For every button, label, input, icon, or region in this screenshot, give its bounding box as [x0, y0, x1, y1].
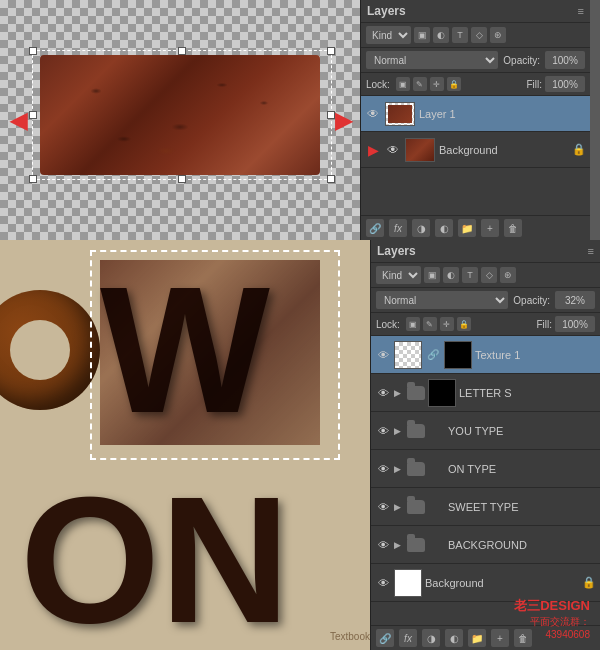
link-layer-button-b[interactable]: 🔗: [376, 629, 394, 647]
layer-item-background-folder[interactable]: 👁 ▶ BACKGROUND: [371, 526, 600, 564]
handle-tr[interactable]: [327, 47, 335, 55]
folder-button[interactable]: 📁: [458, 219, 476, 237]
kind-select-bottom[interactable]: Kind: [376, 266, 421, 284]
folder-icon-bg: [407, 538, 425, 552]
donut-decoration: [0, 290, 100, 410]
adjustment-button[interactable]: ◐: [435, 219, 453, 237]
handle-bc[interactable]: [178, 175, 186, 183]
visibility-bg-locked[interactable]: 👁: [375, 575, 391, 591]
layer-item-1[interactable]: 👁 Layer 1: [361, 96, 590, 132]
handle-tl[interactable]: [29, 47, 37, 55]
expand-arrow-sweettype[interactable]: ▶: [394, 502, 404, 512]
brand-sub: 平面交流群：: [530, 615, 590, 629]
visibility-bg-folder[interactable]: 👁: [375, 537, 391, 553]
layer-item-ontype[interactable]: 👁 ▶ ON TYPE: [371, 450, 600, 488]
fill-input-top[interactable]: [545, 76, 585, 92]
layer-item-texture1[interactable]: 👁 🔗 Texture 1: [371, 336, 600, 374]
donut-hole: [10, 320, 70, 380]
adjustment-filter-icon-b[interactable]: ◐: [443, 267, 459, 283]
layer-item-bg[interactable]: ▶ 👁 Background 🔒: [361, 132, 590, 168]
new-layer-button-b[interactable]: +: [491, 629, 509, 647]
brand-logo: 老三DESIGN: [514, 597, 590, 615]
visibility-sweettype[interactable]: 👁: [375, 499, 391, 515]
layer-name-bg: Background: [439, 144, 568, 156]
fx-button[interactable]: fx: [389, 219, 407, 237]
lock-position-icon-b[interactable]: ✎: [423, 317, 437, 331]
thumb-choc-layer: [388, 105, 412, 123]
type-filter-icon-b[interactable]: T: [462, 267, 478, 283]
mask-button-b[interactable]: ◑: [422, 629, 440, 647]
lock-position-icon[interactable]: ✎: [413, 77, 427, 91]
filter-icons-top: ▣ ◐ T ◇ ⊛: [414, 27, 506, 43]
visibility-texture1[interactable]: 👁: [375, 347, 391, 363]
smart-filter-icon[interactable]: ⊛: [490, 27, 506, 43]
handle-bl[interactable]: [29, 175, 37, 183]
lock-all-icon-b[interactable]: 🔒: [457, 317, 471, 331]
expand-arrow-ontype[interactable]: ▶: [394, 464, 404, 474]
expand-arrow-bg[interactable]: ▶: [394, 540, 404, 550]
folder-icon-sweettype: [407, 500, 425, 514]
arrow-left-icon: ◀: [10, 108, 27, 134]
filter-row-bottom: Kind ▣ ◐ T ◇ ⊛: [371, 263, 600, 288]
letters-on: ON: [20, 470, 290, 650]
shape-filter-icon-b[interactable]: ◇: [481, 267, 497, 283]
thumb-letters-mask: [428, 379, 456, 407]
textbook-watermark: Textbook: [330, 631, 370, 642]
lock-label-top: Lock:: [366, 79, 390, 90]
lock-move-icon[interactable]: ✛: [430, 77, 444, 91]
folder-button-b[interactable]: 📁: [468, 629, 486, 647]
visibility-ontype[interactable]: 👁: [375, 461, 391, 477]
opacity-input-top[interactable]: [545, 51, 585, 69]
layer-name-letters: LETTER S: [459, 387, 596, 399]
handle-br[interactable]: [327, 175, 335, 183]
type-filter-icon[interactable]: T: [452, 27, 468, 43]
pixel-filter-icon-b[interactable]: ▣: [424, 267, 440, 283]
mode-row-top: Normal Opacity:: [361, 48, 590, 73]
lock-pixel-icon[interactable]: ▣: [396, 77, 410, 91]
opacity-input-bottom[interactable]: [555, 291, 595, 309]
thumb-texture1-content: [444, 341, 472, 369]
expand-arrow-youtype[interactable]: ▶: [394, 426, 404, 436]
layer-name-bg-folder: BACKGROUND: [448, 539, 596, 551]
panel-menu-icon-bottom[interactable]: ≡: [588, 245, 594, 257]
fill-input-bottom[interactable]: [555, 316, 595, 332]
mask-button[interactable]: ◑: [412, 219, 430, 237]
chain-icon-texture1: 🔗: [425, 349, 441, 360]
mode-select-bottom[interactable]: Normal: [376, 291, 508, 309]
visibility-icon-bg[interactable]: 👁: [385, 142, 401, 158]
kind-select-top[interactable]: Kind: [366, 26, 411, 44]
mode-select-top[interactable]: Normal: [366, 51, 498, 69]
panel-title-top: Layers: [367, 4, 406, 18]
layer-item-sweettype[interactable]: 👁 ▶ SWEET TYPE: [371, 488, 600, 526]
handle-tc[interactable]: [178, 47, 186, 55]
lock-pixel-icon-b[interactable]: ▣: [406, 317, 420, 331]
link-layer-button[interactable]: 🔗: [366, 219, 384, 237]
pixel-filter-icon[interactable]: ▣: [414, 27, 430, 43]
arrow-right-icon: ▶: [335, 108, 352, 134]
fx-button-b[interactable]: fx: [399, 629, 417, 647]
adjustment-filter-icon[interactable]: ◐: [433, 27, 449, 43]
handle-mr[interactable]: [327, 111, 335, 119]
layer-item-letters[interactable]: 👁 ▶ LETTER S: [371, 374, 600, 412]
layer-lock-icon-bottom: 🔒: [582, 576, 596, 589]
delete-layer-button[interactable]: 🗑: [504, 219, 522, 237]
expand-arrow-letters[interactable]: ▶: [394, 388, 404, 398]
lock-all-icon[interactable]: 🔒: [447, 77, 461, 91]
lock-move-icon-b[interactable]: ✛: [440, 317, 454, 331]
handle-ml[interactable]: [29, 111, 37, 119]
panel-menu-icon[interactable]: ≡: [578, 5, 584, 17]
shape-filter-icon[interactable]: ◇: [471, 27, 487, 43]
visibility-letters[interactable]: 👁: [375, 385, 391, 401]
panel-title-bottom: Layers: [377, 244, 416, 258]
new-layer-button[interactable]: +: [481, 219, 499, 237]
layer-thumb-bg: [405, 138, 435, 162]
lock-row-bottom: Lock: ▣ ✎ ✛ 🔒 Fill:: [371, 313, 600, 336]
adjustment-button-b[interactable]: ◐: [445, 629, 463, 647]
layer-item-youtype[interactable]: 👁 ▶ YOU TYPE: [371, 412, 600, 450]
layer-name-ontype: ON TYPE: [448, 463, 596, 475]
fill-label-top: Fill:: [526, 79, 542, 90]
lock-icons-bottom: ▣ ✎ ✛ 🔒: [406, 317, 471, 331]
visibility-icon-1[interactable]: 👁: [365, 106, 381, 122]
smart-filter-icon-b[interactable]: ⊛: [500, 267, 516, 283]
visibility-youtype[interactable]: 👁: [375, 423, 391, 439]
